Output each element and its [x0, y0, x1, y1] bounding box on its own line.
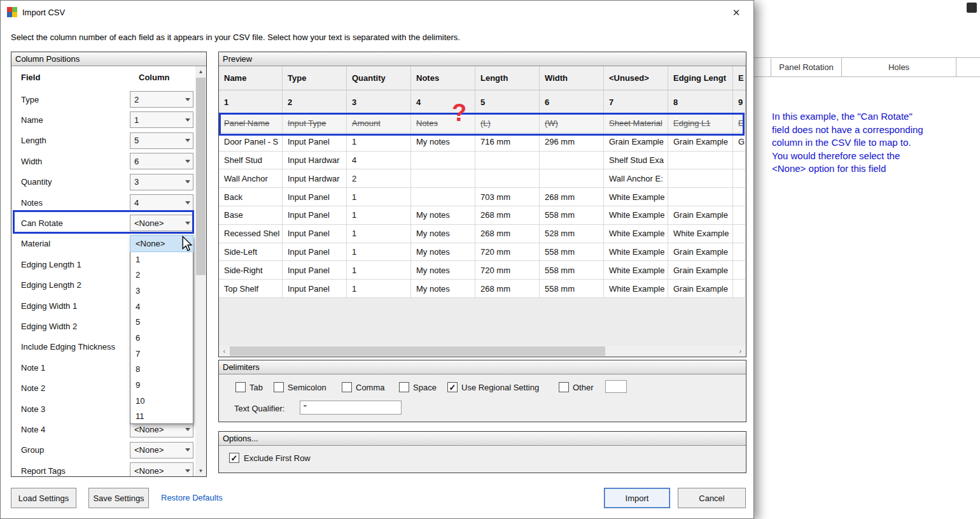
column-combobox[interactable]: <None> — [130, 462, 193, 476]
preview-cell: White Example — [604, 261, 668, 280]
chevron-down-icon — [183, 160, 193, 163]
preview-cell: Door Panel - S — [219, 133, 283, 152]
combobox-value: 2 — [130, 95, 183, 104]
preview-header-cell: 7 — [604, 90, 668, 115]
checkbox-space[interactable]: Space — [399, 381, 437, 394]
checkbox-use-regional-setting[interactable]: Use Regional Setting — [447, 381, 539, 394]
preview-cell: Grain Example — [668, 261, 733, 280]
checkbox[interactable] — [559, 382, 569, 392]
dropdown-option[interactable]: <None> — [130, 236, 193, 252]
preview-cell: 1 — [347, 188, 411, 206]
preview-header-cell: 8 — [668, 90, 733, 115]
dropdown-option[interactable]: 6 — [130, 330, 193, 346]
checkbox-semicolon[interactable]: Semicolon — [274, 381, 326, 394]
column-positions-scrollbar[interactable]: ▲ ▼ — [195, 66, 206, 476]
column-combobox[interactable]: 4 — [130, 194, 193, 211]
chevron-down-icon — [183, 180, 193, 183]
combobox-value: <None> — [130, 466, 183, 476]
field-label: Notes — [21, 198, 43, 208]
field-label: Width — [21, 157, 42, 166]
column-combobox[interactable]: 2 — [130, 91, 193, 108]
checkbox-label: Semicolon — [288, 383, 326, 392]
preview-cell: Grain Example — [668, 243, 733, 262]
column-combobox[interactable]: 5 — [130, 132, 193, 149]
preview-cell: Input Panel — [283, 243, 347, 262]
preview-cell: White Example — [668, 225, 733, 243]
scrollbar-thumb[interactable] — [196, 78, 206, 275]
dropdown-option[interactable]: 4 — [130, 299, 193, 315]
preview-cell: 268 mm — [475, 206, 540, 225]
field-column-header: Field — [21, 73, 40, 82]
dropdown-option[interactable]: 9 — [130, 377, 193, 393]
scroll-right-icon[interactable]: › — [735, 346, 746, 357]
dropdown-option[interactable]: 7 — [130, 346, 193, 362]
dropdown-option[interactable]: 5 — [130, 314, 193, 330]
other-delimiter-input[interactable] — [605, 380, 627, 393]
combobox-value: 3 — [130, 177, 183, 187]
restore-defaults-link[interactable]: Restore Defaults — [161, 493, 223, 502]
column-combobox[interactable]: 1 — [130, 111, 193, 128]
preview-row: Top ShelfInput Panel1My notes268 mm558 m… — [219, 280, 746, 298]
dropdown-option[interactable]: 1 — [130, 252, 193, 267]
preview-header-cell: Width — [540, 66, 604, 90]
scroll-up-icon[interactable]: ▲ — [195, 66, 206, 77]
column-combobox[interactable]: 3 — [130, 174, 193, 190]
preview-row: Door Panel - SInput Panel1My notes716 mm… — [219, 133, 746, 152]
preview-cell: My notes — [411, 261, 475, 280]
checkbox[interactable] — [399, 382, 409, 392]
scroll-down-icon[interactable]: ▼ — [195, 466, 206, 476]
combobox-value: <None> — [130, 445, 183, 455]
chevron-down-icon — [183, 469, 193, 473]
tab-holes[interactable]: Holes — [842, 58, 956, 76]
preview-cell: Input Panel — [283, 261, 347, 280]
import-button[interactable]: Import — [604, 488, 670, 508]
checkbox[interactable] — [229, 453, 239, 463]
preview-cell — [668, 188, 733, 206]
column-positions-group: Column Positions Field Column Type2 Name… — [11, 52, 207, 477]
preview-cell — [733, 152, 746, 170]
dropdown-option[interactable]: 8 — [130, 362, 193, 378]
tab-panel-rotation[interactable]: Panel Rotation — [771, 58, 842, 76]
preview-cell — [475, 169, 540, 188]
preview-header-cell: Edging Lengt — [668, 66, 733, 90]
column-combobox[interactable]: <None> — [130, 442, 193, 459]
dropdown-option[interactable]: 11 — [130, 409, 193, 425]
checkbox[interactable] — [235, 382, 246, 392]
preview-header-cell: Notes — [411, 66, 475, 90]
column-column-header: Column — [139, 73, 169, 82]
preview-cell: Grain Example — [668, 133, 733, 152]
app-icon — [7, 7, 17, 17]
preview-row: Shelf StudInput Hardwar4Shelf Stud Exa — [219, 152, 746, 170]
checkbox-other[interactable]: Other — [559, 381, 594, 394]
load-settings-button[interactable]: Load Settings — [11, 488, 76, 508]
checkbox-tab[interactable]: Tab — [235, 381, 263, 394]
preview-cell — [668, 169, 733, 188]
checkbox[interactable] — [274, 382, 284, 392]
field-row-notes: Notes4 — [11, 192, 195, 213]
preview-cell — [733, 261, 746, 280]
column-combobox[interactable]: <None> — [130, 215, 193, 231]
scroll-left-icon[interactable]: ‹ — [219, 346, 230, 357]
preview-cell: 558 mm — [540, 243, 604, 262]
title-bar[interactable]: Import CSV ✕ — [1, 1, 753, 24]
preview-horizontal-scrollbar[interactable]: ‹ › — [219, 346, 746, 357]
close-icon[interactable]: ✕ — [724, 4, 748, 21]
checkbox-label: Exclude First Row — [244, 453, 311, 463]
dropdown-option[interactable]: 3 — [130, 283, 193, 299]
preview-cell: Grain Example — [668, 206, 733, 225]
checkbox[interactable] — [447, 382, 458, 392]
combobox-value: 1 — [130, 115, 183, 125]
dropdown-option[interactable]: 10 — [130, 393, 193, 409]
preview-cell: Panel Name — [219, 115, 283, 133]
preview-cell: My notes — [411, 243, 475, 262]
text-qualifier-input[interactable] — [300, 401, 402, 415]
checkbox-comma[interactable]: Comma — [342, 381, 385, 394]
checkbox[interactable] — [342, 382, 352, 392]
save-settings-button[interactable]: Save Settings — [88, 488, 149, 508]
scrollbar-thumb[interactable] — [230, 346, 605, 356]
dropdown-option[interactable]: 2 — [130, 267, 193, 283]
checkbox-exclude-first-row[interactable]: Exclude First Row — [229, 451, 311, 464]
preview-cell — [733, 280, 746, 298]
cancel-button[interactable]: Cancel — [678, 488, 746, 508]
column-combobox[interactable]: 6 — [130, 153, 193, 169]
